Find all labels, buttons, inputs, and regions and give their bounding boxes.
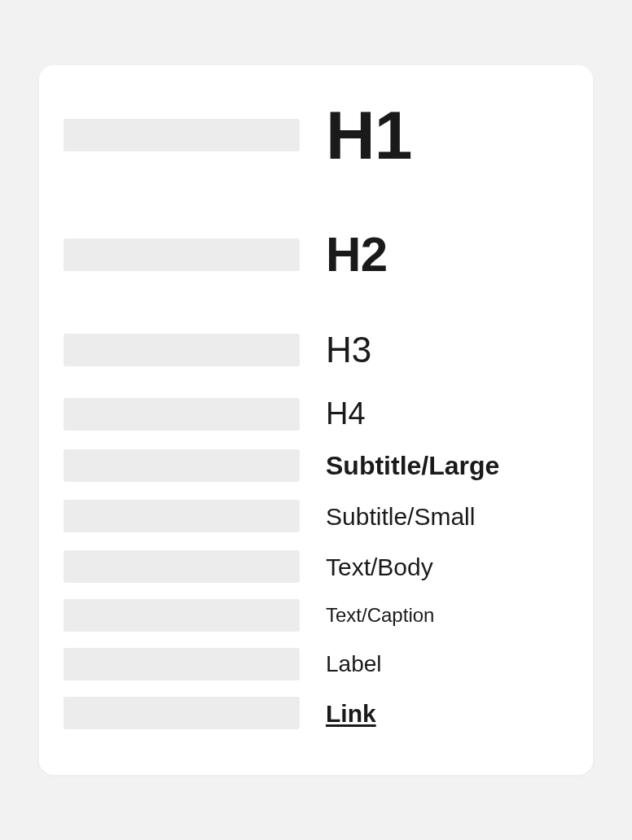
swatch	[64, 697, 300, 729]
swatch	[64, 449, 300, 482]
type-label-text-caption: Text/Caption	[326, 605, 568, 626]
type-label-subtitle-large: Subtitle/Large	[326, 452, 568, 480]
type-row-h2: H2	[64, 228, 568, 282]
swatch	[64, 648, 300, 680]
type-row-subtitle-large: Subtitle/Large	[64, 449, 568, 482]
type-row-h1: H1	[64, 98, 568, 173]
type-row-subtitle-small: Subtitle/Small	[64, 500, 568, 532]
type-row-link: Link	[64, 697, 568, 729]
swatch	[64, 119, 300, 151]
type-label-text-body: Text/Body	[326, 553, 568, 580]
type-row-h3: H3	[64, 330, 568, 370]
swatch	[64, 334, 300, 366]
swatch	[64, 238, 300, 271]
type-label-h1: H1	[326, 98, 568, 173]
type-row-h4: H4	[64, 397, 568, 431]
type-label-h2: H2	[326, 228, 568, 282]
type-label-link[interactable]: Link	[326, 700, 568, 727]
type-row-text-body: Text/Body	[64, 550, 568, 583]
type-label-h4: H4	[326, 397, 568, 431]
swatch	[64, 550, 300, 583]
type-row-text-caption: Text/Caption	[64, 599, 568, 632]
swatch	[64, 398, 300, 431]
type-row-label: Label	[64, 648, 568, 680]
type-label-h3: H3	[326, 330, 568, 370]
type-label-label: Label	[326, 652, 568, 677]
swatch	[64, 500, 300, 532]
type-label-subtitle-small: Subtitle/Small	[326, 503, 568, 530]
swatch	[64, 599, 300, 632]
typography-card: H1 H2 H3 H4 Subtitle/Large Subtitle/Smal…	[39, 65, 593, 776]
